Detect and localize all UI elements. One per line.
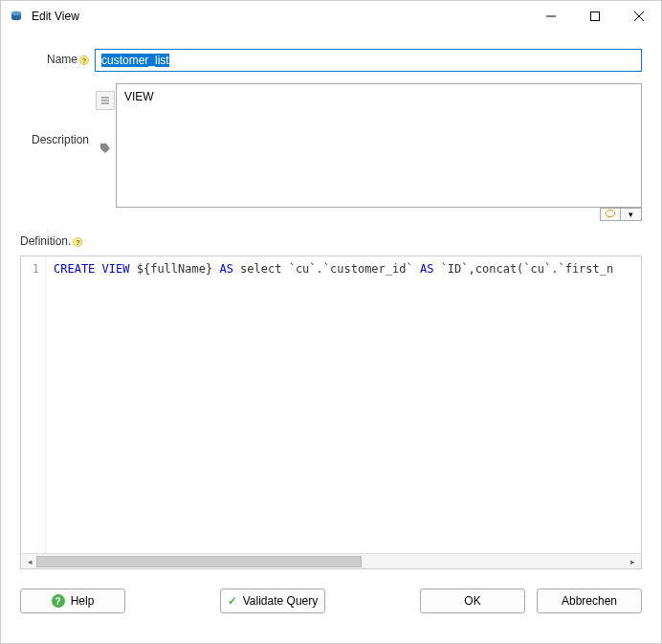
dropdown-arrow-icon[interactable]: ▾	[621, 208, 642, 221]
help-hint-icon[interactable]: ?	[79, 56, 89, 65]
code-body: 1 CREATE VIEW ${fullName} AS select `cu`…	[21, 256, 641, 553]
horizontal-scrollbar[interactable]: ◂ ▸	[21, 553, 641, 568]
speech-bubble-icon[interactable]	[600, 208, 621, 221]
close-button[interactable]	[617, 1, 661, 32]
description-footer-tools: ▾	[600, 208, 642, 221]
description-side-tools	[95, 83, 116, 208]
button-bar: ? Help ✓ Validate Query OK Abbrechen	[1, 569, 661, 629]
code-editor: 1 CREATE VIEW ${fullName} AS select `cu`…	[20, 255, 642, 569]
dialog-content: Name? Description ▾	[1, 32, 661, 569]
svg-rect-3	[591, 12, 600, 21]
scroll-right-arrow[interactable]: ▸	[626, 556, 639, 567]
svg-point-9	[606, 211, 615, 217]
description-label: Description	[20, 83, 95, 146]
line-gutter: 1	[21, 256, 46, 553]
minimize-button[interactable]	[529, 1, 573, 32]
cancel-button[interactable]: Abbrechen	[537, 588, 642, 613]
help-icon: ?	[52, 594, 65, 608]
list-icon[interactable]	[96, 91, 115, 110]
svg-point-1	[11, 11, 21, 15]
window-title: Edit View	[32, 10, 529, 23]
line-number: 1	[21, 262, 39, 276]
definition-section: Definition.? 1 CREATE VIEW ${fullName} A…	[20, 234, 642, 569]
scroll-left-arrow[interactable]: ◂	[23, 556, 36, 567]
definition-label: Definition.?	[20, 234, 642, 248]
help-button[interactable]: ? Help	[20, 588, 125, 613]
validate-query-button[interactable]: ✓ Validate Query	[220, 588, 325, 613]
app-icon	[9, 9, 24, 24]
titlebar: Edit View	[1, 1, 661, 32]
help-hint-icon[interactable]: ?	[73, 237, 82, 247]
description-textarea[interactable]	[116, 83, 642, 208]
maximize-button[interactable]	[573, 1, 617, 32]
name-field-row: Name?	[20, 49, 642, 72]
tag-icon[interactable]	[96, 139, 115, 158]
code-area[interactable]: CREATE VIEW ${fullName} AS select `cu`.`…	[46, 256, 641, 553]
scroll-thumb[interactable]	[36, 556, 362, 567]
description-field-row: Description ▾	[20, 83, 642, 208]
scroll-track[interactable]	[36, 556, 626, 567]
name-input[interactable]	[95, 49, 642, 72]
ok-button[interactable]: OK	[420, 588, 525, 613]
name-label: Name?	[20, 49, 95, 66]
check-icon: ✓	[228, 594, 237, 608]
window-controls	[529, 1, 661, 32]
